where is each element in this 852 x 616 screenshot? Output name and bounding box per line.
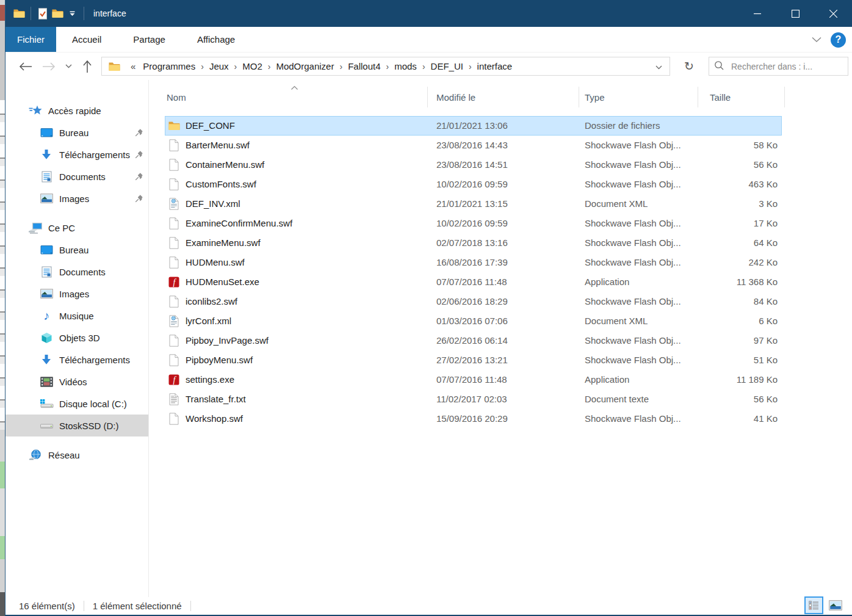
tab-affichage[interactable]: Affichage [181, 27, 251, 52]
breadcrumb-segment[interactable]: Programmes [139, 61, 199, 71]
sidebar-item-bureau[interactable]: Bureau [5, 121, 148, 143]
address-dropdown-chevron-icon[interactable] [648, 61, 670, 71]
file-modified-date: 10/02/2016 09:59 [436, 179, 508, 189]
sidebar-item-vid-os[interactable]: Vidéos [5, 371, 148, 393]
sort-ascending-caret-icon [291, 82, 298, 93]
explorer-window-icon[interactable] [12, 6, 26, 21]
sidebar-item-musique[interactable]: ♪Musique [5, 305, 148, 327]
breadcrumb-separator-icon[interactable]: › [266, 62, 273, 71]
column-header-nom[interactable]: Nom [167, 92, 186, 103]
sidebar-item-label: Bureau [59, 245, 88, 255]
sidebar-item-disque-local-c-[interactable]: Disque local (C:) [5, 393, 148, 415]
refresh-icon[interactable]: ↻ [676, 57, 702, 76]
properties-check-icon[interactable] [35, 6, 50, 21]
table-row[interactable]: Workshop.swf15/09/2016 20:29Shockwave Fl… [149, 409, 852, 429]
table-row[interactable]: iconlibs2.swf02/06/2016 18:29Shockwave F… [149, 292, 852, 311]
column-header-modifi-le[interactable]: Modifié le [436, 92, 475, 103]
table-row[interactable]: ExamineMenu.swf02/07/2018 13:16Shockwave… [149, 233, 852, 253]
table-row[interactable]: Pipboy_InvPage.swf26/02/2016 06:14Shockw… [149, 331, 852, 350]
sidebar-item-documents[interactable]: Documents [5, 261, 148, 283]
tab-accueil[interactable]: Accueil [56, 27, 117, 52]
column-header-taille[interactable]: Taille [710, 92, 731, 103]
table-row[interactable]: ContainerMenu.swf23/08/2016 14:51Shockwa… [149, 155, 852, 175]
file-type: Document XML [585, 316, 648, 326]
breadcrumb-separator-icon[interactable]: › [467, 62, 474, 71]
search-input[interactable] [730, 61, 843, 72]
maximize-button[interactable] [776, 0, 814, 27]
breadcrumb-segment[interactable]: MO2 [239, 61, 266, 71]
breadcrumb-segment[interactable]: Fallout4 [344, 61, 384, 71]
sidebar-item-stoskssd-d-[interactable]: StoskSSD (D:) [5, 415, 148, 437]
sidebar-section-ce-pc[interactable]: Ce PC [5, 217, 148, 239]
column-header-type[interactable]: Type [585, 92, 605, 103]
breadcrumb-separator-icon[interactable]: › [421, 62, 427, 71]
sidebar-item-images[interactable]: Images [5, 283, 148, 305]
file-name: ExamineMenu.swf [186, 237, 261, 248]
sidebar-item-label: Objets 3D [59, 333, 100, 343]
pictures-icon [39, 288, 54, 300]
address-bar[interactable]: « Programmes›Jeux›MO2›ModOrganizer›Fallo… [101, 57, 670, 76]
table-row[interactable]: BarterMenu.swf23/08/2016 14:43Shockwave … [149, 136, 852, 155]
file-type: Shockwave Flash Obj... [585, 218, 681, 228]
table-row[interactable]: PipboyMenu.swf27/02/2016 13:21Shockwave … [149, 350, 852, 370]
breadcrumb-separator-icon[interactable]: › [199, 62, 206, 71]
thumbnails-view-button[interactable] [826, 596, 845, 614]
up-icon[interactable] [76, 56, 98, 77]
file-modified-date: 23/08/2016 14:43 [436, 140, 508, 150]
file-size: 84 Ko [674, 296, 778, 306]
sidebar-item-t-l-chargements[interactable]: Téléchargements [5, 349, 148, 371]
sidebar-item-images[interactable]: Images [5, 187, 148, 209]
table-row[interactable]: DEF_INV.xml21/01/2021 13:15Document XML3… [149, 194, 852, 214]
file-name: ContainerMenu.swf [186, 159, 264, 170]
table-row[interactable]: ExamineConfirmMenu.swf10/02/2016 09:59Sh… [149, 214, 852, 233]
breadcrumb-segment[interactable]: Jeux [206, 61, 233, 71]
sidebar-item-documents[interactable]: Documents [5, 165, 148, 187]
folder-icon [168, 120, 180, 132]
folder-icon[interactable] [50, 6, 65, 21]
details-view-button[interactable] [804, 596, 823, 614]
collapse-ribbon-chevron-icon[interactable] [811, 34, 822, 45]
breadcrumb-separator-icon[interactable]: › [233, 62, 239, 71]
table-row[interactable]: lyrConf.xml01/03/2016 07:06Document XML6… [149, 311, 852, 331]
videos-icon [39, 375, 54, 388]
file-type: Application [585, 277, 629, 287]
table-row[interactable]: HUDMenu.swf16/08/2016 17:39Shockwave Fla… [149, 253, 852, 272]
help-icon[interactable]: ? [831, 32, 846, 48]
table-row[interactable]: fHUDMenuSet.exe07/07/2016 11:48Applicati… [149, 272, 852, 292]
forward-icon[interactable] [37, 56, 60, 77]
table-row[interactable]: CustomFonts.swf10/02/2016 09:59Shockwave… [149, 175, 852, 194]
tab-fichier[interactable]: Fichier [5, 27, 56, 52]
table-row[interactable]: Translate_fr.txt11/02/2017 02:03Document… [149, 390, 852, 409]
breadcrumb-segment[interactable]: interface [474, 61, 516, 71]
customize-quick-access-dropdown-icon[interactable] [65, 6, 79, 21]
file-name: HUDMenuSet.exe [186, 277, 259, 287]
downloads-icon [39, 148, 54, 161]
minimize-button[interactable] [738, 0, 776, 27]
file-size: 463 Ko [674, 179, 778, 189]
ribbon-tab-bar: Fichier AccueilPartageAffichage ? [5, 27, 852, 53]
file-type: Shockwave Flash Obj... [585, 296, 681, 306]
table-row[interactable]: DEF_CONF21/01/2021 13:06Dossier de fichi… [149, 116, 852, 136]
breadcrumb-overflow[interactable]: « [127, 61, 139, 71]
breadcrumb-separator-icon[interactable]: › [384, 62, 391, 71]
file-name: DEF_CONF [186, 120, 235, 131]
close-button[interactable] [814, 0, 852, 27]
breadcrumb-segment[interactable]: mods [391, 61, 421, 71]
file-size: 242 Ko [674, 257, 778, 267]
sidebar-section-acc-s-rapide[interactable]: Accès rapide [5, 100, 148, 121]
back-icon[interactable] [14, 56, 37, 77]
sidebar-item-objets-3d[interactable]: Objets 3D [5, 327, 148, 349]
file-size: 41 Ko [674, 413, 778, 424]
tab-partage[interactable]: Partage [117, 27, 181, 52]
breadcrumb-separator-icon[interactable]: › [338, 62, 344, 71]
sidebar-item-bureau[interactable]: Bureau [5, 239, 148, 261]
breadcrumb-segment[interactable]: DEF_UI [427, 61, 467, 71]
recent-locations-chevron-icon[interactable] [60, 56, 76, 77]
file-list: DEF_CONF21/01/2021 13:06Dossier de fichi… [149, 116, 852, 429]
local-disk-icon [39, 397, 54, 410]
sidebar-item-t-l-chargements[interactable]: Téléchargements [5, 143, 148, 165]
breadcrumb-segment[interactable]: ModOrganizer [272, 61, 338, 71]
table-row[interactable]: fsettings.exe07/07/2016 11:48Application… [149, 370, 852, 390]
sidebar-section-r-seau[interactable]: Réseau [5, 444, 148, 466]
file-type: Shockwave Flash Obj... [585, 355, 681, 365]
